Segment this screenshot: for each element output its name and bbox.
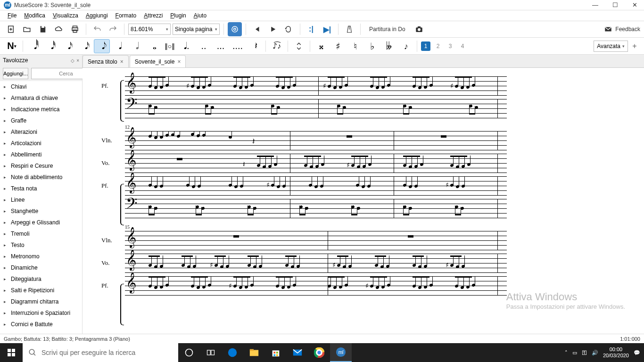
voice-1-button[interactable]: 1 [421,41,430,51]
add-workspace-button[interactable]: + [629,41,640,52]
redo-button[interactable] [106,22,120,36]
chrome-icon[interactable] [308,343,330,362]
duration-32nd[interactable]: 𝅘𝅥𝅰 [43,39,59,53]
score-tab[interactable]: Sovente_il_sole× [130,55,186,67]
menu-formato[interactable]: Formato [112,11,140,20]
score-canvas[interactable]: Pf.𝄞♯♯♯𝄢12Vln.𝄞tr𝄽Vo.𝄞𝄽♯Pf.𝄞♯♯𝄢15Vln.𝄞Vo… [83,68,644,334]
feedback-button[interactable]: Feedback [604,25,640,33]
undo-button[interactable] [90,22,104,36]
palette-undock-icon[interactable]: ◇ [71,58,74,63]
zoom-combo[interactable]: 81.601%▾ [128,24,171,35]
palette-item[interactable]: Note di abbellimento [0,172,82,183]
image-capture-button[interactable] [228,22,242,36]
palette-item[interactable]: Diagrammi chitarra [0,296,82,307]
menu-plugin[interactable]: Plugin [166,11,190,20]
palette-item[interactable]: Cornici e Battute [0,319,82,330]
voice-2-button[interactable]: 2 [433,41,443,51]
tray-clock[interactable]: 00:00 20/03/2020 [603,346,629,359]
duration-64th[interactable]: 𝅘𝅥𝅱 [26,39,42,53]
palette-item[interactable]: Linee [0,194,82,206]
double-dot[interactable]: .. [196,39,212,53]
duration-half[interactable]: 𝅗𝅥 [128,39,144,53]
loop-button[interactable] [282,22,296,36]
note-input-mode-button[interactable]: N▾ [4,39,20,53]
tab-close-icon[interactable]: × [177,58,181,65]
new-file-button[interactable] [4,22,18,36]
play-button[interactable] [266,22,280,36]
palette-item[interactable]: Graffe [0,115,82,126]
palette-item[interactable]: Testa nota [0,183,82,194]
maximize-button[interactable]: ☐ [610,0,621,9]
metronome-button[interactable] [342,22,356,36]
tray-battery-icon[interactable]: ▭ [572,350,577,356]
tray-volume-icon[interactable]: 🔊 [592,350,598,356]
menu-aiuto[interactable]: Aiuto [190,11,210,20]
loop-out-button[interactable]: ▶| [320,22,334,36]
rest-button[interactable]: 𝄽 [247,39,263,53]
duration-8th[interactable]: 𝅘𝅥𝅮 [94,39,110,53]
duration-quarter[interactable]: 𝅘𝅥 [111,39,127,53]
minimize-button[interactable]: — [589,0,601,9]
palette-item[interactable]: Articolazioni [0,138,82,149]
menu-file[interactable]: File [4,11,20,20]
palette-item[interactable]: Diteggiatura [0,273,82,285]
tie-button[interactable]: ♪͡♪ [269,39,285,53]
palette-item[interactable]: Arpeggi e Glissandi [0,217,82,228]
palette-item[interactable]: Metronomo [0,251,82,262]
open-file-button[interactable] [20,22,34,36]
palette-item[interactable]: Stanghette [0,206,82,217]
palette-close-icon[interactable]: × [76,58,79,63]
tab-close-icon[interactable]: × [120,58,124,65]
score-tab[interactable]: Senza titolo× [83,55,129,67]
store-icon[interactable] [265,343,287,362]
start-button[interactable] [0,343,23,362]
tray-expand-icon[interactable]: ˄ [565,350,568,356]
mail-icon-task[interactable] [287,343,308,362]
double-flat-button[interactable]: 𝄫 [381,39,397,53]
musescore-task-icon[interactable]: mſ [330,343,352,362]
menu-attrezzi[interactable]: Attrezzi [140,11,166,20]
menu-modifica[interactable]: Modifica [20,11,49,20]
menu-aggiungi[interactable]: Aggiungi [82,11,112,20]
concert-pitch-button[interactable]: Partitura in Do [364,26,410,33]
tray-notifications-icon[interactable]: 💬 [634,350,640,356]
cloud-button[interactable] [52,22,66,36]
voice-3-button[interactable]: 3 [446,41,455,51]
close-button[interactable]: ✕ [629,0,640,9]
rewind-button[interactable] [250,22,264,36]
palette-item[interactable]: Abbellimenti [0,149,82,160]
edge-icon[interactable] [222,343,243,362]
augmentation-dot[interactable]: 𝅘𝅥 . [179,39,195,53]
sharp-button[interactable]: ♯ [330,39,346,53]
workspace-combo[interactable]: Avanzata▾ [594,41,628,52]
print-button[interactable] [68,22,82,36]
taskview-icon[interactable] [200,343,222,362]
palette-item[interactable]: Salti e Ripetizioni [0,285,82,296]
palette-item[interactable]: Testo [0,239,82,251]
explorer-icon[interactable] [243,343,265,362]
palette-item[interactable]: Tremoli [0,228,82,239]
flip-button[interactable] [291,39,307,53]
triple-dot[interactable]: ... [213,39,229,53]
duration-16th-b[interactable]: 𝅘𝅥𝅯 [77,39,93,53]
quad-dot[interactable]: .... [230,39,246,53]
duration-breve[interactable]: ‖○‖ [162,39,178,53]
voice-4-button[interactable]: 4 [458,41,467,51]
natural-button[interactable]: ♮ [347,39,363,53]
palette-item[interactable]: Dinamiche [0,262,82,273]
cortana-icon[interactable] [178,343,200,362]
palette-item[interactable]: Alterazioni [0,126,82,138]
loop-in-button[interactable]: :| [304,22,318,36]
tray-wifi-icon[interactable]: ⚿ [582,350,587,355]
taskbar-search[interactable]: Scrivi qui per eseguire la ricerca [23,343,178,362]
duration-16th[interactable]: 𝅘𝅥𝅯 [60,39,76,53]
screenshot-button[interactable] [412,22,426,36]
acciaccatura-button[interactable]: 𝆔 [398,39,414,53]
double-sharp-button[interactable]: 𝄪 [313,39,329,53]
save-button[interactable] [36,22,50,36]
palette-item[interactable]: Respiri e Cesure [0,160,82,172]
palette-item[interactable]: Interruzioni e Spaziatori [0,307,82,319]
palette-add-button[interactable]: Aggiungi... [3,68,28,79]
flat-button[interactable]: ♭ [364,39,380,53]
palette-item[interactable]: Indicazione metrica [0,104,82,115]
